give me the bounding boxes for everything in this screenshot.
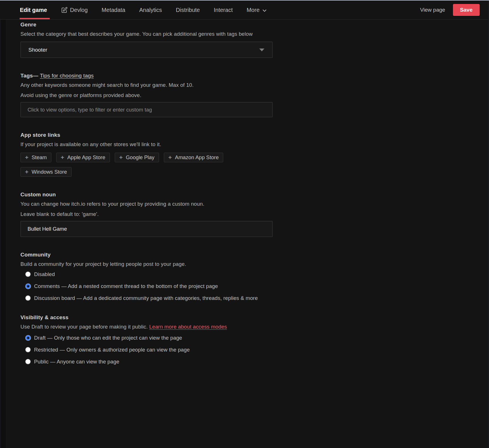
tags-heading: Tags— Tips for choosing tags <box>20 73 273 79</box>
radio-button[interactable] <box>26 359 30 364</box>
genre-description: Select the category that best describes … <box>20 30 273 38</box>
custom-noun-description-line1: You can change how itch.io refers to you… <box>20 200 273 208</box>
store-button-label: Amazon App Store <box>175 154 219 161</box>
radio-button[interactable] <box>26 347 30 352</box>
genre-section: Genre Select the category that best desc… <box>20 22 273 58</box>
window-top-edge <box>0 0 489 1</box>
add-steam-link-button[interactable]: + Steam <box>20 153 51 162</box>
caret-down-icon <box>259 49 264 51</box>
genre-heading: Genre <box>20 22 273 28</box>
left-gutter <box>0 20 6 448</box>
radio-option-label: Disabled <box>34 271 55 277</box>
plus-icon: + <box>25 169 28 175</box>
radio-option-label: Restricted — Only owners & authorized pe… <box>34 347 190 353</box>
radio-button[interactable] <box>26 272 30 277</box>
community-option-discussion-board[interactable]: Discussion board — Add a dedicated commu… <box>26 294 267 302</box>
app-store-links-description: If your project is available on any othe… <box>20 140 273 148</box>
community-section: Community Build a community for your pro… <box>20 252 273 302</box>
visibility-option-restricted[interactable]: Restricted — Only owners & authorized pe… <box>26 346 267 354</box>
edit-game-form: Genre Select the category that best desc… <box>20 20 273 370</box>
radio-button[interactable] <box>26 296 30 300</box>
community-description: Build a community for your project by le… <box>20 260 273 268</box>
nav-right-actions: View page Save <box>420 1 488 19</box>
tags-heading-label: Tags <box>20 73 33 79</box>
visibility-access-section: Visibility & access Use Draft to review … <box>20 314 273 365</box>
store-button-label: Steam <box>32 154 47 161</box>
radio-option-label: Public — Anyone can view the page <box>34 359 119 365</box>
visibility-description-text: Use Draft to review your page before mak… <box>20 324 149 330</box>
add-windows-store-link-button[interactable]: + Windows Store <box>20 167 72 177</box>
genre-selected-value: Shooter <box>28 47 47 53</box>
genre-select[interactable]: Shooter <box>20 42 273 58</box>
add-amazon-app-store-link-button[interactable]: + Amazon App Store <box>164 153 223 162</box>
radio-button-selected[interactable] <box>26 335 31 340</box>
tags-description-line1: Any other keywords someone might search … <box>20 81 273 89</box>
save-button[interactable]: Save <box>453 4 480 16</box>
custom-noun-section: Custom noun You can change how itch.io r… <box>20 192 273 237</box>
tips-for-choosing-tags-link[interactable]: Tips for choosing tags <box>40 73 94 79</box>
tab-more-label: More <box>246 7 260 13</box>
visibility-access-heading: Visibility & access <box>20 314 273 321</box>
custom-noun-input[interactable] <box>20 221 273 237</box>
tab-devlog[interactable]: Devlog <box>61 1 88 19</box>
chevron-down-icon <box>262 7 267 13</box>
community-option-comments[interactable]: Comments — Add a nested comment thread t… <box>26 282 267 290</box>
plus-icon: + <box>168 154 172 160</box>
store-button-label: Apple App Store <box>67 154 105 161</box>
edit-pencil-square-icon <box>61 7 68 13</box>
add-apple-app-store-link-button[interactable]: + Apple App Store <box>56 153 110 162</box>
tab-distribute-label: Distribute <box>176 7 200 13</box>
add-google-play-link-button[interactable]: + Google Play <box>115 153 159 162</box>
plus-icon: + <box>61 154 64 160</box>
tab-interact[interactable]: Interact <box>214 1 233 19</box>
app-store-links-section: App store links If your project is avail… <box>20 132 273 177</box>
tab-distribute[interactable]: Distribute <box>176 1 200 19</box>
visibility-option-draft[interactable]: Draft — Only those who can edit the proj… <box>26 334 267 342</box>
visibility-description: Use Draft to review your page before mak… <box>20 323 273 331</box>
tab-more[interactable]: More <box>246 1 267 19</box>
view-page-link[interactable]: View page <box>420 7 445 13</box>
tab-metadata[interactable]: Metadata <box>102 1 125 19</box>
tab-analytics[interactable]: Analytics <box>139 1 162 19</box>
radio-option-label: Draft — Only those who can edit the proj… <box>34 335 182 341</box>
top-navigation-bar: Edit game Devlog Metadata Analytics Dist… <box>0 1 488 20</box>
visibility-option-public[interactable]: Public — Anyone can view the page <box>26 358 267 365</box>
tags-description-line2: Avoid using the genre or platforms provi… <box>20 91 273 99</box>
tab-edit-game-label: Edit game <box>20 7 47 13</box>
community-heading: Community <box>20 252 273 258</box>
custom-noun-heading: Custom noun <box>20 192 273 198</box>
radio-button-selected[interactable] <box>26 284 31 289</box>
tab-edit-game[interactable]: Edit game <box>20 1 47 19</box>
plus-icon: + <box>25 154 28 160</box>
community-option-disabled[interactable]: Disabled <box>26 270 267 278</box>
store-button-label: Google Play <box>126 154 154 161</box>
tags-heading-dash: — <box>33 73 40 79</box>
store-button-label: Windows Store <box>32 169 67 175</box>
plus-icon: + <box>119 154 123 160</box>
store-buttons-row: + Steam + Apple App Store + Google Play … <box>20 153 279 177</box>
app-store-links-heading: App store links <box>20 132 273 138</box>
tab-metadata-label: Metadata <box>102 7 125 13</box>
radio-option-label: Comments — Add a nested comment thread t… <box>34 283 218 289</box>
tab-interact-label: Interact <box>214 7 233 13</box>
custom-noun-description-line2: Leave blank to default to: 'game'. <box>20 210 273 218</box>
radio-option-label: Discussion board — Add a dedicated commu… <box>34 295 258 301</box>
tab-analytics-label: Analytics <box>139 7 162 13</box>
tags-section: Tags— Tips for choosing tags Any other k… <box>20 73 273 117</box>
learn-more-access-modes-link[interactable]: Learn more about access modes <box>149 324 227 330</box>
tags-input[interactable] <box>20 102 273 117</box>
tab-devlog-label: Devlog <box>70 7 88 13</box>
